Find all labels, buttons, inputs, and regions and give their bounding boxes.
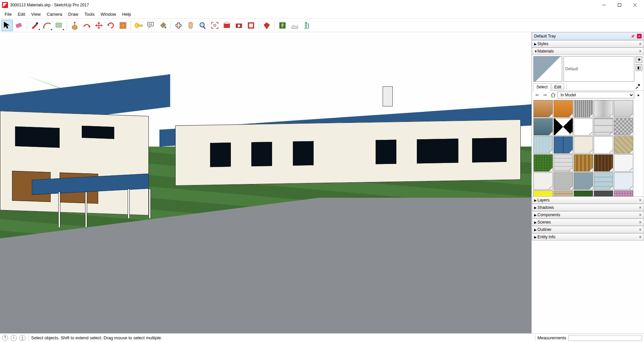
paint-bucket-tool[interactable] [157,20,169,31]
menu-edit[interactable]: Edit [15,11,28,17]
swatch-plain-offwhite[interactable] [533,172,553,190]
menu-file[interactable]: File [2,11,14,17]
swatch-glass-block[interactable] [594,172,613,190]
minimize-button[interactable] [596,0,612,10]
toggle-terrain-tool[interactable] [289,20,300,31]
geo-location-tool[interactable] [277,20,288,31]
close-icon[interactable]: × [639,220,642,225]
maximize-button[interactable] [612,0,627,10]
close-icon[interactable]: × [639,212,642,218]
arc-tool[interactable] [41,20,53,31]
swatch-wood-dark[interactable] [594,154,613,172]
info-icon[interactable]: i [11,335,17,341]
swatch-metal-brushed[interactable] [614,100,633,117]
close-tray-icon[interactable]: × [637,34,642,38]
pencil-draw-tool[interactable] [29,20,41,31]
scale-offset-tool[interactable] [117,20,129,31]
followme-tool[interactable] [81,20,92,31]
material-preview-swatch[interactable] [533,56,562,82]
zoom-tool[interactable] [197,20,208,31]
panel-layers-header[interactable]: ▶Layers× [532,196,644,204]
swatch-panel-blue[interactable] [554,136,573,154]
shapes-rect-tool[interactable] [53,20,65,31]
measurements-input[interactable] [568,335,642,341]
pan-hand-tool[interactable] [185,20,196,31]
swatch-sky-pale[interactable] [614,172,633,190]
swatch-x-cross[interactable] [554,118,573,136]
swatch-ornament-black[interactable] [594,136,613,154]
swatch-metal-silver[interactable] [594,100,613,117]
swatch-pebble-pink[interactable] [614,190,633,196]
panel-shadows-header[interactable]: ▶Shadows× [532,204,644,211]
tape-measure-tool[interactable] [133,20,144,31]
eraser-tool[interactable] [13,20,25,31]
move-tool[interactable] [93,20,105,31]
swatch-fabric-blue[interactable] [533,118,553,136]
swatch-canvas-cream[interactable] [574,136,593,154]
swatch-wood-orange[interactable] [554,100,573,117]
nav-forward-icon[interactable]: ⇨ [541,92,549,98]
swatch-grass-green[interactable] [533,154,553,172]
swatch-yellow-solid[interactable] [533,190,553,196]
swatch-tile-small[interactable] [554,154,573,172]
swatch-slate-blue[interactable] [574,172,593,190]
panel-entity-info-header[interactable]: ▶Entity Info× [532,233,644,241]
walk-figure-tool[interactable] [301,20,312,31]
close-icon[interactable]: × [639,49,642,54]
swatch-asphalt[interactable] [594,190,613,196]
set-default-material-icon[interactable]: ◧ [636,64,642,71]
menu-draw[interactable]: Draw [66,11,81,17]
swatch-frame-square[interactable] [574,118,593,136]
tab-select[interactable]: Select [533,83,551,91]
menu-window[interactable]: Window [98,11,119,17]
details-menu-icon[interactable]: ▸ [635,92,642,98]
tray-titlebar[interactable]: Default Tray 📌 × [532,32,644,40]
panel-materials-header[interactable]: ▼ Materials × [532,48,644,55]
menu-help[interactable]: Help [120,11,134,17]
swatch-stone-tan[interactable] [614,136,633,154]
warehouse-3d-tool[interactable] [221,20,233,31]
select-tool[interactable] [1,20,13,31]
extension-warehouse-tool[interactable] [233,20,245,31]
menu-tools[interactable]: Tools [82,11,97,17]
pin-icon[interactable]: 📌 [630,34,636,38]
close-icon[interactable]: × [639,41,642,47]
swatch-wood-plank[interactable] [574,154,593,172]
ruby-extensions-tool[interactable] [261,20,272,31]
create-material-icon[interactable]: ✚ [636,56,642,63]
panel-scenes-header[interactable]: ▶Scenes× [532,219,644,226]
close-icon[interactable]: × [639,197,642,203]
zoom-extents-tool[interactable] [209,20,220,31]
menu-view[interactable]: View [28,11,43,17]
pushpull-tool[interactable] [69,20,80,31]
home-icon[interactable] [550,92,557,98]
swatch-concrete[interactable] [554,172,573,190]
eyedropper-icon[interactable] [633,84,642,90]
3d-viewport[interactable] [0,32,531,333]
close-icon[interactable]: × [639,234,642,240]
swatch-pattern-diamond[interactable] [614,118,633,136]
orbit-tool[interactable] [173,20,184,31]
rotate-tool[interactable] [105,20,117,31]
close-icon[interactable]: × [639,205,642,210]
layout-tool[interactable] [245,20,257,31]
swatch-tile-cross[interactable] [594,118,613,136]
panel-outliner-header[interactable]: ▶Outliner× [532,226,644,233]
swatch-grid-brown[interactable] [554,190,573,196]
material-name-input[interactable] [564,56,634,82]
material-collection-select[interactable]: In Model [558,92,634,98]
nav-back-icon[interactable]: ⇦ [533,92,541,98]
text-label-tool[interactable]: A1 [145,20,156,31]
panel-styles-header[interactable]: ▶ Styles × [532,40,644,48]
swatch-siding-lightblue[interactable] [533,136,553,154]
panel-components-header[interactable]: ▶Components× [532,211,644,219]
close-button[interactable] [627,0,643,10]
menu-camera[interactable]: Camera [44,11,65,17]
swatch-grass-dark[interactable] [574,190,593,196]
swatch-stripe-gray[interactable] [574,100,593,117]
help-icon[interactable]: ? [2,335,8,341]
tab-edit[interactable]: Edit [551,83,564,90]
user-signin-icon[interactable] [19,335,25,341]
close-icon[interactable]: × [639,227,642,232]
swatch-plain-white[interactable] [614,154,633,172]
